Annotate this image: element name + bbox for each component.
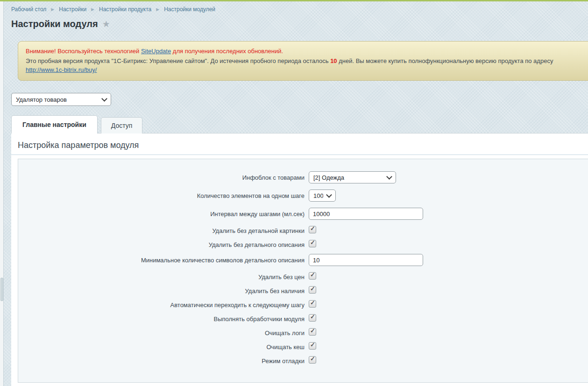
- clear-logs-checkbox[interactable]: ✓: [309, 328, 316, 336]
- field-control: ✓: [309, 226, 316, 235]
- checkmark-icon: ✓: [310, 285, 315, 292]
- field-label-auto-next-step: Автоматически переходить к следующему ша…: [18, 301, 309, 309]
- checkmark-icon: ✓: [310, 239, 315, 246]
- collapsed-sidebar-rail: [0, 1, 4, 386]
- module-selector: Удалятор товаров: [11, 93, 111, 106]
- field-label-debug-mode: Режим отладки: [18, 357, 309, 365]
- field-control: ✓: [309, 300, 316, 309]
- module-settings-page: { "breadcrumb": { "separator": "▶", "ite…: [0, 0, 588, 386]
- module-select[interactable]: Удалятор товаров: [11, 93, 111, 106]
- trial-text-2: дней. Вы можете купить полнофункциональн…: [337, 57, 553, 64]
- days-left-count: 10: [330, 57, 337, 64]
- checkmark-icon: ✓: [310, 271, 315, 278]
- form-row: Режим отладки✓: [18, 356, 588, 365]
- form-row: Удалить без цен✓: [18, 272, 588, 281]
- delete-without-detail-description-checkbox[interactable]: ✓: [309, 240, 316, 247]
- field-control: ✓: [309, 356, 316, 365]
- siteupdate-link[interactable]: SiteUpdate: [141, 48, 171, 55]
- field-label-infoblock-with-products: Инфоблок с товарами: [18, 174, 309, 182]
- form-row: Минимальное количество символов детально…: [18, 254, 588, 266]
- field-control: 100: [309, 189, 336, 202]
- module-selector-wrap: Удалятор товаров: [11, 93, 111, 106]
- field-label-clear-logs: Очищать логи: [18, 329, 309, 337]
- field-control: ✓: [309, 272, 316, 281]
- interval-between-steps-input[interactable]: [309, 208, 423, 220]
- top-accent-line: [0, 0, 588, 1]
- form-row: Инфоблок с товарами[2] Одежда: [18, 171, 588, 183]
- tab-main-settings[interactable]: Главные настройки: [11, 115, 98, 133]
- field-label-clear-cache: Очищать кеш: [18, 343, 309, 351]
- checkmark-icon: ✓: [310, 341, 315, 348]
- field-control: [309, 208, 423, 220]
- banner-warning-text: Внимание! Воспользуйтесь технологией: [26, 48, 141, 55]
- trial-warning-banner: Внимание! Воспользуйтесь технологией Sit…: [18, 41, 588, 81]
- breadcrumb-separator-icon: ▶: [91, 7, 94, 12]
- field-control: ✓: [309, 328, 316, 337]
- favorite-star-icon[interactable]: ★: [102, 20, 110, 28]
- page-title-row: Настройки модуля ★: [11, 19, 110, 29]
- field-label-run-module-handlers: Выполнять обработчики модуля: [18, 315, 309, 323]
- breadcrumb-separator-icon: ▶: [156, 7, 159, 12]
- section-title: Настройка параметров модуля: [11, 133, 588, 155]
- form-row: Очищать кеш✓: [18, 342, 588, 351]
- breadcrumb-item[interactable]: Настройки: [59, 6, 86, 13]
- breadcrumb-item[interactable]: Рабочий стол: [11, 6, 46, 13]
- field-label-interval-between-steps: Интервал между шагами (мл.сек): [18, 210, 309, 218]
- field-control: ✓: [309, 286, 316, 295]
- checkmark-icon: ✓: [310, 327, 315, 334]
- checkmark-icon: ✓: [310, 225, 315, 232]
- min-detail-description-chars-input[interactable]: [309, 254, 423, 266]
- form-row: Количество элементов на одном шаге100: [18, 189, 588, 202]
- checkmark-icon: ✓: [310, 355, 315, 362]
- field-control: [2] Одежда: [309, 171, 396, 183]
- page-title: Настройки модуля: [11, 19, 98, 29]
- delete-without-prices-checkbox[interactable]: ✓: [309, 272, 316, 280]
- delete-without-detail-picture-checkbox[interactable]: ✓: [309, 226, 316, 233]
- checkmark-icon: ✓: [310, 313, 315, 320]
- buy-link[interactable]: http://www.1c-bitrix.ru/buy/: [26, 66, 97, 73]
- banner-trial-line: Это пробная версия продукта "1С-Битрикс:…: [26, 56, 587, 74]
- breadcrumb-item[interactable]: Настройки продукта: [99, 6, 151, 13]
- field-label-items-per-step: Количество элементов на одном шаге: [18, 192, 309, 200]
- infoblock-with-products-select-wrap: [2] Одежда: [309, 171, 396, 183]
- field-label-delete-without-prices: Удалить без цен: [18, 273, 309, 281]
- form-footer: Сохранить: [11, 383, 588, 386]
- form-row: Удалить без наличия✓: [18, 286, 588, 295]
- breadcrumb: Рабочий стол▶Настройки▶Настройки продукт…: [11, 6, 215, 13]
- form-row: Очищать логи✓: [18, 328, 588, 337]
- form-row: Удалить без детального описания✓: [18, 240, 588, 249]
- banner-warning-text-suffix: для получения последних обновлений.: [171, 48, 283, 55]
- form-row: Автоматически переходить к следующему ша…: [18, 300, 588, 309]
- field-label-delete-without-detail-description: Удалить без детального описания: [18, 241, 309, 249]
- auto-next-step-checkbox[interactable]: ✓: [309, 300, 316, 308]
- field-control: [309, 254, 423, 266]
- field-label-delete-without-stock: Удалить без наличия: [18, 287, 309, 295]
- items-per-step-select[interactable]: 100: [309, 189, 336, 202]
- delete-without-stock-checkbox[interactable]: ✓: [309, 286, 316, 294]
- sidebar-drag-handle[interactable]: [0, 278, 3, 301]
- checkmark-icon: ✓: [310, 299, 315, 306]
- field-label-delete-without-detail-picture: Удалить без детальной картинки: [18, 227, 309, 235]
- breadcrumb-separator-icon: ▶: [51, 7, 54, 12]
- items-per-step-select-wrap: 100: [309, 189, 336, 202]
- module-params-panel: Инфоблок с товарами[2] ОдеждаКоличество …: [18, 159, 588, 383]
- breadcrumb-item[interactable]: Настройки модулей: [164, 6, 215, 13]
- debug-mode-checkbox[interactable]: ✓: [309, 356, 316, 364]
- banner-update-line: Внимание! Воспользуйтесь технологией Sit…: [26, 47, 587, 56]
- tab-content: Настройка параметров модуля Инфоблок с т…: [11, 133, 588, 386]
- trial-text: Это пробная версия продукта "1С-Битрикс:…: [26, 57, 330, 64]
- field-control: ✓: [309, 342, 316, 351]
- infoblock-with-products-select[interactable]: [2] Одежда: [309, 171, 396, 183]
- run-module-handlers-checkbox[interactable]: ✓: [309, 314, 316, 322]
- form-row: Удалить без детальной картинки✓: [18, 226, 588, 235]
- form-row: Выполнять обработчики модуля✓: [18, 314, 588, 323]
- settings-tabs: Главные настройкиДоступ: [11, 115, 146, 133]
- clear-cache-checkbox[interactable]: ✓: [309, 342, 316, 350]
- form-row: Интервал между шагами (мл.сек): [18, 208, 588, 220]
- field-control: ✓: [309, 240, 316, 249]
- tab-access[interactable]: Доступ: [101, 117, 143, 133]
- field-label-min-detail-description-chars: Минимальное количество символов детально…: [18, 256, 309, 264]
- field-control: ✓: [309, 314, 316, 323]
